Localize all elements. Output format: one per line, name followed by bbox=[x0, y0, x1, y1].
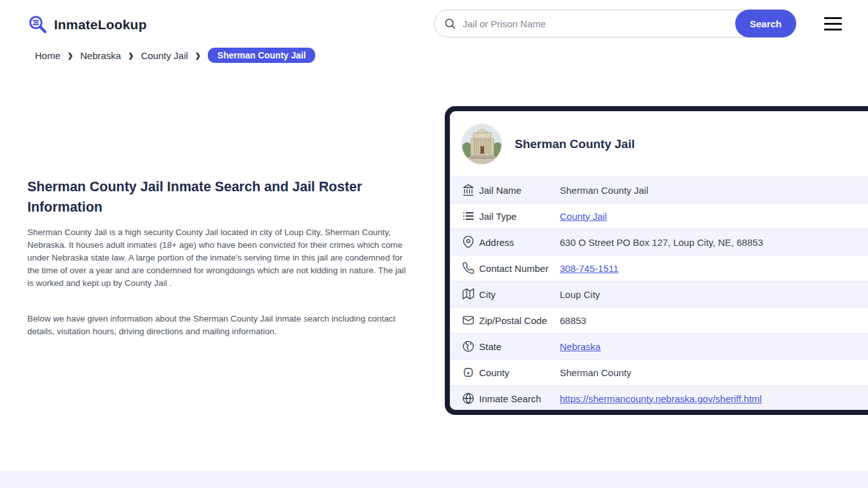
table-row-jail-type: Jail Type County Jail bbox=[450, 203, 868, 229]
jail-name-title: Sherman County Jail bbox=[515, 137, 635, 151]
table-row-jail-name: Jail Name Sherman County Jail bbox=[450, 177, 868, 203]
footer-strip bbox=[0, 470, 868, 488]
row-label: Jail Name bbox=[479, 185, 560, 196]
logo-text: InmateLookup bbox=[54, 17, 147, 32]
jail-photo bbox=[461, 124, 502, 165]
breadcrumb-nebraska[interactable]: Nebraska bbox=[80, 50, 121, 61]
phone-link[interactable]: 308-745-1511 bbox=[560, 263, 618, 274]
breadcrumb-county-jail[interactable]: County Jail bbox=[141, 50, 188, 61]
magnifier-document-icon bbox=[27, 14, 49, 36]
card-header: Sherman County Jail bbox=[450, 111, 868, 177]
row-value: 630 O Street PO Box 127, Loup City, NE, … bbox=[560, 237, 763, 248]
table-row-address: Address 630 O Street PO Box 127, Loup Ci… bbox=[450, 229, 868, 255]
globe-americas-icon bbox=[462, 340, 475, 353]
table-row-zip: Zip/Postal Code 68853 bbox=[450, 307, 868, 333]
bank-icon bbox=[462, 184, 475, 196]
table-row-contact-number: Contact Number 308-745-1511 bbox=[450, 255, 868, 281]
jail-type-link[interactable]: County Jail bbox=[560, 211, 607, 222]
table-row-city: City Loup City bbox=[450, 281, 868, 307]
page-title: Sherman County Jail Inmate Search and Ja… bbox=[27, 177, 402, 217]
row-value: Sherman County Jail bbox=[560, 185, 648, 196]
row-value: Loup City bbox=[560, 289, 600, 300]
menu-hamburger-icon[interactable] bbox=[824, 17, 842, 34]
search-bar[interactable]: Search bbox=[434, 10, 796, 37]
row-label: Jail Type bbox=[479, 211, 560, 222]
flag-icon bbox=[462, 366, 475, 379]
globe-icon bbox=[462, 392, 475, 405]
map-pin-icon bbox=[462, 236, 475, 248]
row-label: State bbox=[479, 341, 560, 352]
row-label: Inmate Search bbox=[479, 393, 560, 404]
row-label: City bbox=[479, 289, 560, 300]
table-row-inmate-search: Inmate Search https://shermancounty.nebr… bbox=[450, 385, 868, 410]
breadcrumb: Home ❯ Nebraska ❯ County Jail ❯ Sherman … bbox=[35, 48, 315, 63]
search-icon bbox=[444, 17, 456, 30]
row-value: 68853 bbox=[560, 315, 587, 326]
phone-icon bbox=[462, 262, 475, 274]
info-paragraph: Below we have given information about th… bbox=[27, 313, 409, 338]
search-button[interactable]: Search bbox=[735, 10, 796, 37]
chevron-right-icon: ❯ bbox=[128, 51, 133, 60]
map-icon bbox=[462, 288, 475, 301]
intro-paragraph: Sherman County Jail is a high security C… bbox=[27, 226, 409, 290]
page: InmateLookup Search Home ❯ Nebraska ❯ Co… bbox=[0, 0, 868, 488]
row-label: Contact Number bbox=[479, 263, 560, 274]
chevron-right-icon: ❯ bbox=[67, 51, 73, 60]
state-link[interactable]: Nebraska bbox=[560, 341, 600, 352]
envelope-icon bbox=[462, 314, 475, 327]
row-value: Sherman County bbox=[560, 367, 632, 378]
chevron-right-icon: ❯ bbox=[195, 51, 201, 60]
table-row-county: County Sherman County bbox=[450, 359, 868, 385]
row-label: Zip/Postal Code bbox=[479, 315, 560, 326]
row-label: Address bbox=[479, 237, 560, 248]
breadcrumb-current-badge: Sherman County Jail bbox=[208, 48, 315, 63]
list-icon bbox=[462, 210, 475, 222]
inmate-search-link[interactable]: https://shermancounty.nebraska.gov/sheri… bbox=[560, 393, 762, 404]
site-logo[interactable]: InmateLookup bbox=[27, 14, 147, 36]
table-row-state: State Nebraska bbox=[450, 333, 868, 359]
breadcrumb-home[interactable]: Home bbox=[35, 50, 60, 61]
row-label: County bbox=[479, 367, 560, 378]
jail-info-card: Sherman County Jail Jail Name Sherman Co… bbox=[445, 106, 868, 415]
